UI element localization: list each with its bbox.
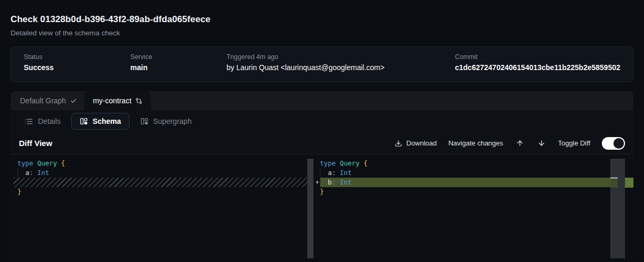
- diff-line-content: b: Int: [320, 178, 610, 187]
- meta-triggered: Triggered 4m ago by Laurin Quast <laurin…: [227, 53, 455, 82]
- previous-change-button[interactable]: [515, 139, 525, 147]
- navigate-changes-label: Navigate changes: [448, 139, 503, 147]
- page-subtitle: Detailed view of the schema check: [11, 29, 633, 37]
- toggle-diff-knob: [613, 138, 624, 149]
- service-label: Service: [130, 53, 227, 61]
- diff-line-content: }: [320, 187, 610, 197]
- tab-supergraph[interactable]: Supergraph: [135, 113, 197, 130]
- toggle-diff-label: Toggle Diff: [558, 139, 590, 147]
- view-tab-bar: Details Schema Supergraph: [11, 110, 633, 132]
- tab-default-graph-label: Default Graph: [20, 96, 66, 105]
- diff-code-line: type Query {: [315, 159, 610, 168]
- diff-added-line: + b: Int: [315, 178, 610, 187]
- added-change-marker: [625, 178, 633, 188]
- diff-toolbar-controls: Download Navigate changes Toggle Diff: [395, 137, 625, 150]
- tab-details-label: Details: [38, 117, 61, 125]
- columns-icon: [140, 117, 149, 125]
- download-button[interactable]: Download: [395, 139, 437, 147]
- tab-default-graph[interactable]: Default Graph: [11, 91, 84, 110]
- scrollbar-added-line-tint: [610, 179, 618, 188]
- schema-diff-viewer: type Query { a: Int} type Query { a: Int…: [11, 154, 633, 258]
- indent-guide: [320, 168, 320, 187]
- page-title: Check 01328b0d-b396-43f2-89ab-dfda065fee…: [11, 14, 633, 25]
- diff-line-content: type Query {: [11, 159, 307, 168]
- diff-view-title: Diff View: [19, 139, 52, 148]
- status-label: Status: [24, 53, 130, 61]
- meta-service: Service main: [130, 53, 227, 82]
- diff-code-line: }: [11, 187, 307, 197]
- diff-line-gutter: [315, 168, 320, 178]
- diff-line-content: a: Int: [320, 168, 610, 178]
- diff-removed-placeholder-line: [14, 178, 307, 187]
- check-meta-card: Status Success Service main Triggered 4m…: [11, 46, 633, 82]
- tab-schema[interactable]: Schema: [71, 113, 130, 130]
- git-compare-icon: [135, 98, 142, 104]
- download-button-label: Download: [406, 139, 437, 147]
- arrow-up-icon: [516, 139, 524, 147]
- columns-icon: [80, 117, 88, 125]
- tab-my-contract-label: my-contract: [93, 96, 131, 105]
- check-detail-panel: Details Schema Supergraph Diff View: [11, 110, 633, 258]
- left-editor-scrollbar[interactable]: [307, 159, 314, 258]
- diff-line-content: type Query {: [320, 159, 610, 168]
- triggered-label: Triggered 4m ago: [227, 53, 455, 61]
- tab-schema-label: Schema: [93, 117, 121, 125]
- diff-line-content: a: Int: [11, 168, 307, 178]
- schema-check-page: Check 01328b0d-b396-43f2-89ab-dfda065fee…: [0, 0, 644, 262]
- status-value: Success: [24, 63, 130, 72]
- diff-editor-before[interactable]: type Query { a: Int}: [11, 154, 307, 258]
- diff-code-line: }: [315, 187, 610, 197]
- check-icon: [70, 98, 77, 104]
- diff-line-gutter: [315, 159, 320, 168]
- tab-my-contract[interactable]: my-contract: [84, 91, 151, 110]
- diff-code-line: a: Int: [315, 168, 610, 178]
- diff-left-code: type Query { a: Int}: [11, 159, 307, 197]
- right-editor-scrollbar[interactable]: [610, 159, 625, 258]
- diff-right-code: type Query { a: Int+ b: Int}: [315, 159, 610, 197]
- diff-line-content: }: [11, 187, 307, 197]
- diff-line-gutter: [315, 187, 320, 197]
- tab-details[interactable]: Details: [19, 113, 66, 130]
- service-value: main: [130, 63, 227, 72]
- diff-code-line: type Query {: [11, 159, 307, 168]
- diff-line-gutter: +: [315, 178, 320, 187]
- triggered-value: by Laurin Quast <laurinquast@googlemail.…: [227, 63, 455, 72]
- arrow-down-icon: [538, 139, 545, 147]
- meta-status: Status Success: [24, 53, 130, 82]
- toggle-diff-switch[interactable]: [602, 137, 625, 150]
- next-change-button[interactable]: [536, 139, 547, 147]
- diff-toolbar: Diff View Download Navigate changes: [11, 132, 633, 154]
- meta-commit: Commit c1dc62724702406154013cbe11b225b2e…: [455, 53, 620, 82]
- diff-editor-after[interactable]: type Query { a: Int+ b: Int}: [315, 154, 610, 258]
- indent-guide: [17, 168, 18, 178]
- page-header: Check 01328b0d-b396-43f2-89ab-dfda065fee…: [0, 0, 644, 37]
- commit-label: Commit: [455, 53, 620, 61]
- download-icon: [395, 140, 402, 147]
- tab-supergraph-label: Supergraph: [153, 117, 192, 125]
- list-icon: [24, 117, 33, 126]
- commit-value: c1dc62724702406154013cbe11b225b2e5859502: [455, 63, 620, 72]
- diff-overview-ruler[interactable]: [625, 154, 633, 258]
- graph-tab-strip: Default Graph my-contract: [11, 91, 633, 110]
- diff-code-line: a: Int: [11, 168, 307, 178]
